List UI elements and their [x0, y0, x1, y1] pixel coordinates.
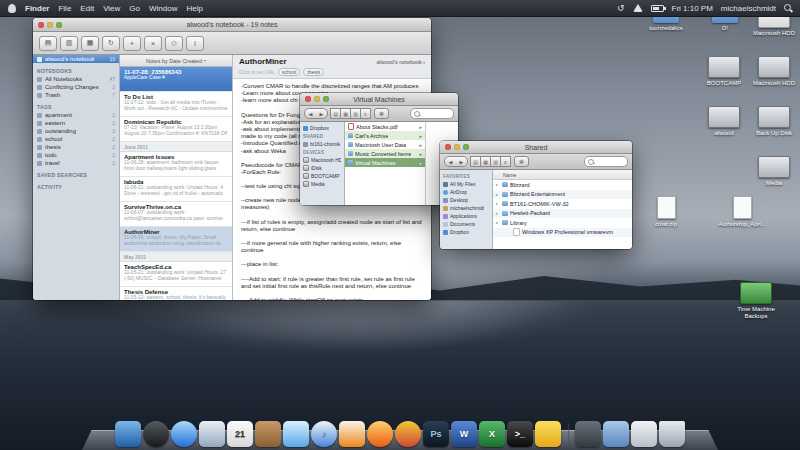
menubar-menu[interactable]: File — [58, 4, 71, 13]
dock-separator[interactable] — [563, 421, 573, 447]
safari-dock-icon[interactable] — [171, 421, 197, 447]
note-list-item[interactable]: AuthorMiner 11-06-06: school, thesis: My… — [120, 227, 232, 252]
view-snippet-button[interactable]: ▥ — [60, 36, 78, 51]
sidebar-notebook-alwood[interactable]: alwood's notebook 19 — [33, 55, 119, 63]
finder-dock-icon[interactable] — [115, 421, 141, 447]
sidebar-header-saved-searches[interactable]: SAVED SEARCHES — [33, 167, 119, 179]
sidebar-tag[interactable]: apartment 1 — [33, 111, 119, 119]
file-macintosh-user-data[interactable]: Macintosh User Data — [345, 140, 425, 149]
minimize-button[interactable] — [314, 96, 320, 102]
note-list-item[interactable]: labuda 11-06-21: outstanding work: Unpai… — [120, 177, 232, 202]
desktop-icon-media[interactable]: Media — [748, 156, 800, 187]
action-gear-button[interactable]: ✻ — [514, 156, 529, 167]
file-library[interactable]: Library — [493, 218, 632, 228]
menubar-menu[interactable]: Go — [129, 4, 140, 13]
back-forward-buttons[interactable]: ◀▶ — [304, 108, 328, 119]
chrome-dock-icon[interactable] — [395, 421, 421, 447]
file-blizzard-entertainment[interactable]: Blizzard Entertainment — [493, 190, 632, 200]
desktop-icon-bootcamp[interactable]: BOOTCAMP — [698, 56, 750, 87]
desktop-icon-time-machine-backups[interactable]: Time Machine Backups — [730, 282, 782, 320]
close-button[interactable] — [305, 96, 311, 102]
search-field[interactable] — [410, 108, 454, 119]
disclosure-triangle-icon[interactable] — [496, 192, 500, 197]
menubar-menu[interactable]: Finder — [25, 4, 49, 13]
file-bt161-chomik[interactable]: BT161-CHOMIK-VW-32 — [493, 199, 632, 209]
sidebar-header-notebooks[interactable]: NOTEBOOKS — [33, 63, 119, 75]
sync-button[interactable]: ↻ — [102, 36, 120, 51]
desktop-icon-alwood[interactable]: alwood — [698, 106, 750, 137]
tag-button[interactable]: ◇ — [165, 36, 183, 51]
sidebar-header-activity[interactable]: ACTIVITY — [33, 179, 119, 191]
finder-sidebar-dropbox[interactable]: Dropbox — [300, 124, 344, 132]
file-carls-archive[interactable]: Carl's Archive — [345, 131, 425, 140]
file-windows-xp-vm[interactable]: Windows XP Professional vmwarevm — [493, 228, 632, 238]
list-column-header[interactable]: Name — [493, 170, 632, 180]
sidebar-conflicting-changes[interactable]: Conflicting Changes 2 — [33, 83, 119, 91]
url-field[interactable]: Click to set URL — [239, 69, 275, 75]
minimize-button[interactable] — [454, 144, 460, 150]
file-music-converted-items[interactable]: Music Converted Items — [345, 149, 425, 158]
utilities-stack-dock-icon[interactable] — [575, 421, 601, 447]
finder-vm-title-bar[interactable]: Virtual Machines — [300, 93, 458, 106]
finder-sidebar-applications[interactable]: Applications — [440, 212, 492, 220]
file-virtual-machines[interactable]: Virtual Machines — [345, 158, 425, 167]
note-list-item[interactable]: 11-07-28: 235686343 AppleCare Case # — [120, 67, 232, 92]
note-list-item[interactable]: May 2011 — [120, 252, 232, 262]
finder-sidebar-bootcamp[interactable]: BOOTCAMP — [300, 172, 344, 180]
close-button[interactable] — [445, 144, 451, 150]
disclosure-triangle-icon[interactable] — [496, 211, 500, 216]
finder-sidebar-airdrop[interactable]: AirDrop — [440, 188, 492, 196]
note-list-item[interactable]: Apartment Issues 11-06-28: apartment: ba… — [120, 152, 232, 177]
finder-sidebar-shared-pc[interactable]: bt161-chomik-vw — [300, 140, 344, 148]
back-forward-buttons[interactable]: ◀▶ — [444, 156, 468, 167]
file-blizzard[interactable]: Blizzard — [493, 180, 632, 190]
disclosure-triangle-icon[interactable] — [496, 182, 500, 187]
ichat-dock-icon[interactable] — [283, 421, 309, 447]
dashboard-dock-icon[interactable] — [143, 421, 169, 447]
time-machine-icon[interactable] — [617, 3, 625, 13]
finder-sidebar-header-devices[interactable]: DEVICES — [300, 148, 344, 156]
spotlight-icon[interactable] — [784, 4, 792, 12]
disclosure-triangle-icon[interactable] — [496, 220, 500, 225]
mail-dock-icon[interactable] — [199, 421, 225, 447]
view-thumbnail-button[interactable]: ▦ — [81, 36, 99, 51]
sidebar-tag[interactable]: school 2 — [33, 135, 119, 143]
sidebar-trash[interactable]: Trash 7 — [33, 91, 119, 99]
finder-sidebar-header-shared[interactable]: SHARED — [300, 132, 344, 140]
finder-sidebar-all-my-files[interactable]: All My Files — [440, 180, 492, 188]
sidebar-tag[interactable]: thesis 2 — [33, 143, 119, 151]
finder-sidebar-header-favorites[interactable]: FAVORITES — [440, 172, 492, 180]
sidebar-tag[interactable]: travel 1 — [33, 159, 119, 167]
note-list-item[interactable]: To Do List 11-07-12: todo - Get all medi… — [120, 92, 232, 117]
minimize-button[interactable] — [47, 22, 53, 28]
battery-icon[interactable] — [651, 5, 664, 12]
apple-menu-icon[interactable] — [8, 4, 16, 13]
action-gear-button[interactable]: ✻ — [374, 108, 389, 119]
downloads-stack-dock-icon[interactable] — [603, 421, 629, 447]
desktop-icon-back-up-disk[interactable]: Back Up Disk — [748, 106, 800, 137]
menubar-menu[interactable]: Help — [186, 4, 202, 13]
disclosure-triangle-icon[interactable] — [496, 201, 500, 206]
address-book-dock-icon[interactable] — [255, 421, 281, 447]
file-about-stacks[interactable]: About Stacks.pdf — [345, 122, 425, 131]
vlc-dock-icon[interactable] — [339, 421, 365, 447]
close-button[interactable] — [38, 22, 44, 28]
search-field[interactable] — [584, 156, 628, 167]
desktop-icon-cmsr-zip[interactable]: cmsr.zip — [640, 196, 692, 228]
view-switcher[interactable]: ▤▦▥≡ — [331, 108, 371, 119]
trash-dock-icon[interactable] — [659, 421, 685, 447]
documents-stack-dock-icon[interactable] — [631, 421, 657, 447]
note-list-item[interactable]: June 2011 — [120, 142, 232, 152]
itunes-dock-icon[interactable]: ♪ — [311, 421, 337, 447]
note-list-sort-header[interactable]: Notes by Date Created — [120, 55, 232, 67]
menubar-menu[interactable]: Edit — [80, 4, 94, 13]
finder-sidebar-idisk[interactable]: iDisk — [300, 164, 344, 172]
sidebar-tag[interactable]: outstanding 3 — [33, 127, 119, 135]
photoshop-dock-icon[interactable]: Ps — [423, 421, 449, 447]
info-button[interactable]: i — [186, 36, 204, 51]
finder-sidebar-home[interactable]: michaelschmidt — [440, 204, 492, 212]
note-list-item[interactable]: TeachSpecEd.ca 11-05-21: outstanding wor… — [120, 262, 232, 287]
tag-chip[interactable]: school — [278, 68, 300, 76]
sidebar-tag[interactable]: todo 1 — [33, 151, 119, 159]
note-title-field[interactable]: AuthorMiner — [239, 57, 287, 66]
